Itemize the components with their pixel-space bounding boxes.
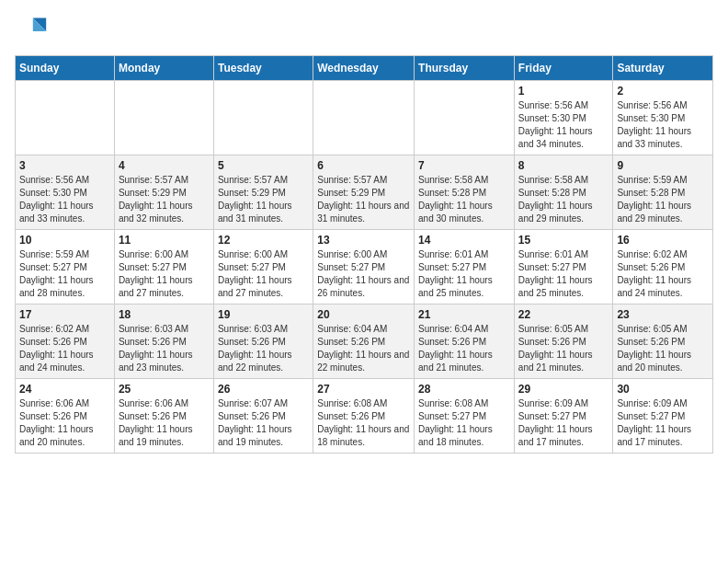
calendar-table: SundayMondayTuesdayWednesdayThursdayFrid… (15, 55, 713, 454)
day-info: Sunrise: 5:56 AM Sunset: 5:30 PM Dayligh… (19, 174, 110, 225)
day-number: 2 (617, 85, 709, 98)
calendar-cell: 16Sunrise: 6:02 AM Sunset: 5:26 PM Dayli… (613, 230, 713, 304)
calendar-cell: 26Sunrise: 6:07 AM Sunset: 5:26 PM Dayli… (213, 379, 313, 454)
calendar-cell (415, 81, 515, 155)
calendar-week-row: 1Sunrise: 5:56 AM Sunset: 5:30 PM Daylig… (16, 81, 713, 155)
day-number: 29 (518, 383, 609, 396)
calendar-cell: 22Sunrise: 6:05 AM Sunset: 5:26 PM Dayli… (514, 304, 613, 379)
day-number: 15 (518, 234, 609, 247)
day-info: Sunrise: 6:02 AM Sunset: 5:26 PM Dayligh… (19, 323, 110, 374)
calendar-cell: 15Sunrise: 6:01 AM Sunset: 5:27 PM Dayli… (514, 230, 613, 304)
calendar-cell: 5Sunrise: 5:57 AM Sunset: 5:29 PM Daylig… (213, 155, 313, 230)
calendar-cell (114, 81, 213, 155)
logo-icon (15, 15, 48, 48)
day-info: Sunrise: 6:04 AM Sunset: 5:26 PM Dayligh… (317, 323, 410, 374)
day-number: 11 (119, 234, 210, 247)
day-info: Sunrise: 5:59 AM Sunset: 5:27 PM Dayligh… (19, 248, 110, 300)
calendar-week-row: 24Sunrise: 6:06 AM Sunset: 5:26 PM Dayli… (16, 379, 713, 454)
day-number: 26 (218, 383, 309, 396)
calendar-header-row: SundayMondayTuesdayWednesdayThursdayFrid… (16, 56, 713, 81)
day-number: 28 (418, 383, 510, 396)
day-number: 12 (218, 234, 309, 247)
day-info: Sunrise: 5:57 AM Sunset: 5:29 PM Dayligh… (317, 174, 410, 225)
day-info: Sunrise: 5:57 AM Sunset: 5:29 PM Dayligh… (218, 174, 309, 225)
day-info: Sunrise: 6:09 AM Sunset: 5:27 PM Dayligh… (518, 397, 609, 449)
day-number: 14 (418, 234, 510, 247)
day-info: Sunrise: 6:05 AM Sunset: 5:26 PM Dayligh… (518, 323, 609, 374)
calendar-cell: 27Sunrise: 6:08 AM Sunset: 5:26 PM Dayli… (313, 379, 415, 454)
day-number: 7 (418, 159, 510, 172)
calendar-cell: 30Sunrise: 6:09 AM Sunset: 5:27 PM Dayli… (613, 379, 713, 454)
calendar-cell: 28Sunrise: 6:08 AM Sunset: 5:27 PM Dayli… (415, 379, 515, 454)
day-number: 24 (19, 383, 110, 396)
calendar-cell: 11Sunrise: 6:00 AM Sunset: 5:27 PM Dayli… (114, 230, 213, 304)
weekday-header: Monday (114, 56, 213, 81)
weekday-header: Thursday (415, 56, 515, 81)
day-number: 6 (317, 159, 410, 172)
day-info: Sunrise: 5:59 AM Sunset: 5:28 PM Dayligh… (617, 174, 709, 225)
calendar-cell (213, 81, 313, 155)
day-info: Sunrise: 6:05 AM Sunset: 5:26 PM Dayligh… (617, 323, 709, 374)
logo (15, 15, 51, 48)
day-number: 21 (418, 308, 510, 321)
day-number: 5 (218, 159, 309, 172)
calendar-cell: 1Sunrise: 5:56 AM Sunset: 5:30 PM Daylig… (514, 81, 613, 155)
day-number: 25 (119, 383, 210, 396)
day-info: Sunrise: 6:08 AM Sunset: 5:27 PM Dayligh… (418, 397, 510, 449)
weekday-header: Friday (514, 56, 613, 81)
day-info: Sunrise: 6:08 AM Sunset: 5:26 PM Dayligh… (317, 397, 410, 449)
page-header (15, 15, 713, 48)
day-number: 20 (317, 308, 410, 321)
calendar-cell: 10Sunrise: 5:59 AM Sunset: 5:27 PM Dayli… (16, 230, 115, 304)
calendar-cell: 20Sunrise: 6:04 AM Sunset: 5:26 PM Dayli… (313, 304, 415, 379)
calendar-cell: 7Sunrise: 5:58 AM Sunset: 5:28 PM Daylig… (415, 155, 515, 230)
day-info: Sunrise: 6:09 AM Sunset: 5:27 PM Dayligh… (617, 397, 709, 449)
weekday-header: Wednesday (313, 56, 415, 81)
day-number: 18 (119, 308, 210, 321)
calendar-cell: 6Sunrise: 5:57 AM Sunset: 5:29 PM Daylig… (313, 155, 415, 230)
day-number: 10 (19, 234, 110, 247)
day-info: Sunrise: 6:03 AM Sunset: 5:26 PM Dayligh… (218, 323, 309, 374)
calendar-cell: 17Sunrise: 6:02 AM Sunset: 5:26 PM Dayli… (16, 304, 115, 379)
calendar-cell: 18Sunrise: 6:03 AM Sunset: 5:26 PM Dayli… (114, 304, 213, 379)
day-info: Sunrise: 6:03 AM Sunset: 5:26 PM Dayligh… (119, 323, 210, 374)
day-number: 22 (518, 308, 609, 321)
calendar-cell: 29Sunrise: 6:09 AM Sunset: 5:27 PM Dayli… (514, 379, 613, 454)
day-info: Sunrise: 5:56 AM Sunset: 5:30 PM Dayligh… (617, 99, 709, 151)
weekday-header: Saturday (613, 56, 713, 81)
calendar-cell: 12Sunrise: 6:00 AM Sunset: 5:27 PM Dayli… (213, 230, 313, 304)
calendar-cell: 24Sunrise: 6:06 AM Sunset: 5:26 PM Dayli… (16, 379, 115, 454)
calendar-cell: 9Sunrise: 5:59 AM Sunset: 5:28 PM Daylig… (613, 155, 713, 230)
day-info: Sunrise: 5:56 AM Sunset: 5:30 PM Dayligh… (518, 99, 609, 151)
day-number: 27 (317, 383, 410, 396)
calendar-cell (16, 81, 115, 155)
calendar-cell: 23Sunrise: 6:05 AM Sunset: 5:26 PM Dayli… (613, 304, 713, 379)
day-number: 30 (617, 383, 709, 396)
day-number: 9 (617, 159, 709, 172)
calendar-cell: 13Sunrise: 6:00 AM Sunset: 5:27 PM Dayli… (313, 230, 415, 304)
day-number: 16 (617, 234, 709, 247)
day-info: Sunrise: 6:06 AM Sunset: 5:26 PM Dayligh… (19, 397, 110, 449)
day-info: Sunrise: 6:07 AM Sunset: 5:26 PM Dayligh… (218, 397, 309, 449)
weekday-header: Tuesday (213, 56, 313, 81)
calendar-cell (313, 81, 415, 155)
day-number: 19 (218, 308, 309, 321)
calendar-week-row: 17Sunrise: 6:02 AM Sunset: 5:26 PM Dayli… (16, 304, 713, 379)
day-number: 1 (518, 85, 609, 98)
day-info: Sunrise: 6:06 AM Sunset: 5:26 PM Dayligh… (119, 397, 210, 449)
calendar-cell: 4Sunrise: 5:57 AM Sunset: 5:29 PM Daylig… (114, 155, 213, 230)
day-number: 23 (617, 308, 709, 321)
calendar-cell: 8Sunrise: 5:58 AM Sunset: 5:28 PM Daylig… (514, 155, 613, 230)
calendar-week-row: 10Sunrise: 5:59 AM Sunset: 5:27 PM Dayli… (16, 230, 713, 304)
day-info: Sunrise: 6:00 AM Sunset: 5:27 PM Dayligh… (218, 248, 309, 300)
calendar-cell: 14Sunrise: 6:01 AM Sunset: 5:27 PM Dayli… (415, 230, 515, 304)
day-number: 13 (317, 234, 410, 247)
calendar-cell: 3Sunrise: 5:56 AM Sunset: 5:30 PM Daylig… (16, 155, 115, 230)
calendar-cell: 2Sunrise: 5:56 AM Sunset: 5:30 PM Daylig… (613, 81, 713, 155)
day-info: Sunrise: 5:58 AM Sunset: 5:28 PM Dayligh… (518, 174, 609, 225)
calendar-cell: 21Sunrise: 6:04 AM Sunset: 5:26 PM Dayli… (415, 304, 515, 379)
day-info: Sunrise: 6:01 AM Sunset: 5:27 PM Dayligh… (418, 248, 510, 300)
day-info: Sunrise: 6:00 AM Sunset: 5:27 PM Dayligh… (119, 248, 210, 300)
weekday-header: Sunday (16, 56, 115, 81)
day-info: Sunrise: 6:04 AM Sunset: 5:26 PM Dayligh… (418, 323, 510, 374)
